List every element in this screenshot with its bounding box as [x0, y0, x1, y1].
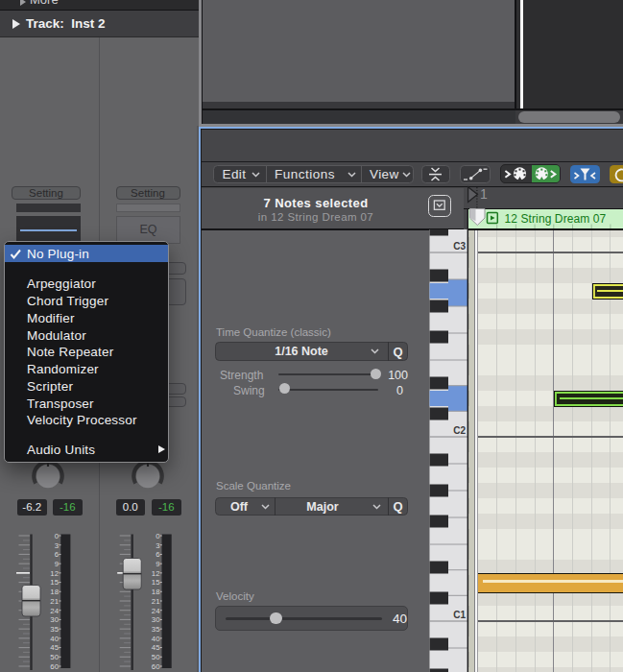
svg-text:C1: C1: [453, 610, 466, 620]
svg-text:C2: C2: [453, 425, 466, 436]
svg-text:C3: C3: [453, 241, 466, 252]
